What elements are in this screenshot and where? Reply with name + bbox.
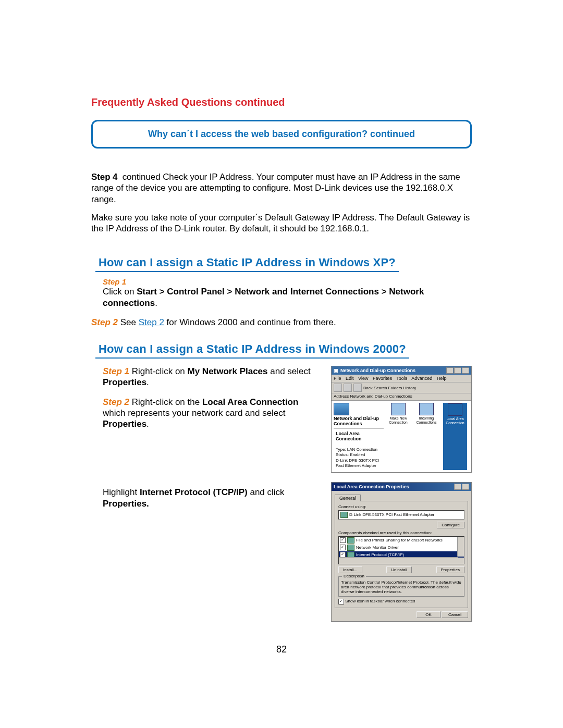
menu-file: File [334, 376, 341, 381]
w2k-step1: Step 1 Right-click on My Network Places … [103, 366, 316, 388]
step4-paragraph: Step 4 continued Check your IP Address. … [91, 171, 472, 205]
forward-icon [344, 384, 352, 392]
right-column: ▣ Network and Dial-up Connections File E… [331, 366, 472, 631]
up-icon [353, 384, 362, 392]
menu-advanced: Advanced [411, 376, 432, 381]
window-title-text: Network and Dial-up Connections [340, 368, 415, 373]
install-button: Install... [338, 566, 362, 573]
xp-step1-text: Click on Start > Control Panel > Network… [103, 286, 472, 309]
icon-label: Make New Connection [389, 416, 407, 424]
close-icon [462, 367, 469, 374]
faq-heading: Frequently Asked Questions continued [91, 96, 472, 108]
configure-row: Configure [338, 522, 464, 528]
xp-step1-period: . [155, 298, 157, 308]
adapter-field: D-Link DFE-530TX PCI Fast Ethernet Adapt… [338, 510, 464, 520]
icon-lan-selected: Local Area Connection [443, 403, 467, 470]
xp-step1-label: Step 1 [103, 277, 472, 286]
dialog-title-text: Local Area Connection Properties [334, 484, 409, 489]
component-icon [347, 537, 354, 544]
scrollbar-horizontal [339, 557, 458, 564]
xp-step1-a: Click on [103, 287, 137, 297]
configure-button: Configure [437, 522, 464, 528]
menu-help: Help [437, 376, 447, 381]
show-icon-row: ✓ Show icon in taskbar when connected [338, 599, 464, 604]
description-legend: Description [342, 574, 366, 578]
back-icon [334, 384, 342, 392]
callout-box: Why can´t I access the web based configu… [91, 120, 472, 149]
step2-link[interactable]: Step 2 [139, 317, 164, 327]
w2k-step1-label: Step 1 [103, 366, 129, 376]
tab-general: General [335, 495, 361, 501]
show-icon-label: Show icon in taskbar when connected [345, 599, 415, 603]
window-body: Network and Dial-up Connections Local Ar… [332, 401, 471, 472]
w2k-s2-a: Right-click on the [129, 397, 202, 407]
document-page: Frequently Asked Questions continued Why… [0, 0, 563, 728]
section-xp-wrap: How can I assign a Static IP Address in … [91, 241, 472, 275]
checkbox-icon: ✓ [340, 537, 346, 543]
w2k-s1-d: Properties [103, 377, 146, 387]
tab-panel: Connect using: D-Link DFE-530TX PCI Fast… [335, 501, 468, 608]
xp-step1-bold: Start > Control Panel > Network and Inte… [103, 287, 424, 307]
description-group: Description Transmission Control Protoco… [338, 576, 464, 597]
left-info-pane: Network and Dial-up Connections Local Ar… [334, 403, 384, 470]
two-column-layout: Step 1 Right-click on My Network Places … [91, 366, 472, 631]
w2k-step2-label: Step 2 [103, 397, 129, 407]
properties-button: Properties [436, 566, 464, 573]
dialog-body: General Connect using: D-Link DFE-530TX … [332, 491, 471, 621]
component-icon [347, 545, 354, 551]
status-line-3: D-Link DFE-530TX PCI Fast Ethernet Adapt… [336, 458, 379, 468]
section-heading-2000: How can I assign a Static IP Address in … [95, 342, 409, 359]
menu-favorites: Favorites [373, 376, 392, 381]
item-text: File and Printer Sharing for Microsoft N… [356, 538, 443, 542]
w2k-s2-b: Local Area Connection [202, 397, 299, 407]
window-menubar: File Edit View Favorites Tools Advanced … [332, 375, 471, 382]
adapter-icon [340, 512, 348, 518]
w2k-s1-a: Right-click on [129, 366, 187, 376]
w2k-s1-b: My Network Places [188, 366, 268, 376]
dialog-actions: OK Cancel [335, 611, 468, 618]
gateway-paragraph: Make sure you take note of your computer… [91, 212, 472, 235]
minimize-icon [446, 367, 454, 374]
w2k-hl-b: Internet Protocol (TCP/IP) [140, 487, 248, 497]
xp-step2-a: See [118, 317, 139, 327]
xp-step2-line: Step 2 See Step 2 for Windows 2000 and c… [91, 317, 472, 328]
screenshot-lan-properties: Local Area Connection Properties General… [331, 482, 472, 622]
status-line-2: Status: Enabled [336, 452, 365, 457]
w2k-hl-d: Properties. [103, 499, 149, 509]
icon-label: Incoming Connections [417, 416, 437, 424]
dialog-controls [454, 484, 469, 490]
step4-continued: continued [123, 172, 161, 182]
status-title: Local Area Connection [336, 431, 382, 442]
w2k-s2-c: which represents your network card and s… [103, 408, 286, 418]
w2k-hl-c: and click [248, 487, 285, 497]
toolbar-text: Back Search Folders History [363, 386, 416, 390]
list-item: ✓File and Printer Sharing for Microsoft … [339, 537, 464, 544]
checkbox-icon: ✓ [340, 545, 346, 550]
callout-text: Why can´t I access the web based configu… [148, 129, 415, 139]
help-icon [454, 484, 461, 490]
icon-label: Local Area Connection [446, 417, 464, 425]
menu-edit: Edit [346, 376, 354, 381]
w2k-s2-e: . [146, 419, 149, 429]
scrollbar-vertical [457, 537, 464, 557]
uninstall-button: Uninstall [386, 566, 412, 573]
w2k-s1-c: and select [268, 366, 311, 376]
connect-using-label: Connect using: [338, 504, 464, 509]
scroll-corner [458, 558, 464, 564]
menu-view: View [358, 376, 368, 381]
button-row: Install... Uninstall Properties [338, 566, 464, 573]
components-list: ✓File and Printer Sharing for Microsoft … [338, 536, 464, 564]
window-icon: ▣ [334, 368, 338, 373]
section-2000-wrap: How can I assign a Static IP Address in … [91, 328, 472, 362]
step4-label: Step 4 [91, 172, 117, 182]
status-line-1: Type: LAN Connection [336, 447, 377, 452]
w2k-highlight-text: Highlight Internet Protocol (TCP/IP) and… [103, 487, 316, 509]
address-bar: Address Network and Dial-up Connections [332, 393, 471, 401]
icon-area: Make New Connection Incoming Connections… [387, 403, 469, 470]
components-label: Components checked are used by this conn… [338, 530, 464, 535]
w2k-s1-e: . [146, 377, 149, 387]
menu-tools: Tools [396, 376, 407, 381]
page-number: 82 [0, 644, 563, 655]
screenshot-network-connections: ▣ Network and Dial-up Connections File E… [331, 366, 472, 473]
window-controls [446, 367, 469, 374]
